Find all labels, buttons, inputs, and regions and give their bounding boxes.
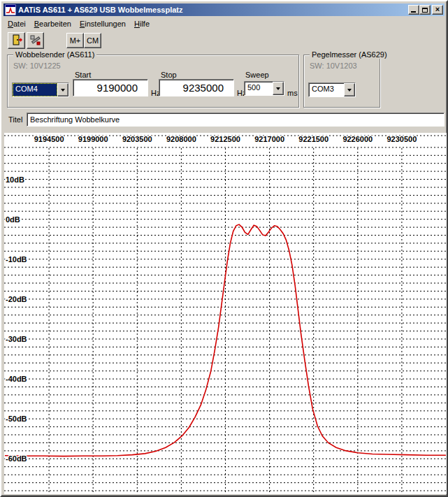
- chevron-down-icon: [347, 89, 352, 92]
- settings-button[interactable]: [27, 32, 44, 49]
- menu-item-einstellungen[interactable]: Einstellungen: [75, 18, 130, 29]
- svg-text:9221500: 9221500: [298, 135, 328, 143]
- title-bar[interactable]: AATiS AS611 + AS629 USB Wobbelmessplatz …: [3, 3, 445, 16]
- svg-text:9208000: 9208000: [166, 135, 196, 143]
- app-icon: [5, 4, 16, 15]
- svg-text:9217000: 9217000: [254, 135, 284, 143]
- minimize-button[interactable]: [408, 5, 419, 15]
- dropdown-button[interactable]: [344, 83, 355, 96]
- start-frequency-input[interactable]: [73, 79, 148, 96]
- close-icon: ×: [435, 6, 440, 13]
- pegelmesser-group-title: Pegelmesser (AS629): [310, 50, 389, 59]
- svg-text:10dB: 10dB: [6, 175, 24, 184]
- menu-label: atei: [13, 20, 26, 28]
- dropdown-button[interactable]: [273, 82, 284, 95]
- svg-text:9230500: 9230500: [386, 135, 417, 143]
- exit-button[interactable]: [8, 32, 25, 49]
- svg-text:-10dB: -10dB: [6, 255, 27, 264]
- menu-item-bearbeiten[interactable]: Bearbeiten: [30, 18, 75, 29]
- window-title: AATiS AS611 + AS629 USB Wobbelmessplatz: [18, 6, 408, 14]
- menu-item-hilfe[interactable]: Hilfe: [130, 18, 154, 29]
- sweep-label: Sweep: [245, 71, 269, 79]
- exit-door-icon: [11, 34, 22, 48]
- svg-text:-60dB: -60dB: [6, 454, 27, 463]
- stop-frequency-input[interactable]: [159, 79, 234, 96]
- meter-com-port-value: COM3: [309, 83, 344, 96]
- titel-label: Titel: [8, 115, 22, 124]
- minimize-icon: [411, 11, 416, 13]
- dropdown-button[interactable]: [57, 83, 68, 96]
- meter-com-port-select[interactable]: COM3: [308, 82, 356, 97]
- titel-input[interactable]: [27, 113, 445, 127]
- menu-accel: D: [8, 20, 13, 28]
- menu-label: earbeiten: [39, 20, 71, 28]
- pegelmesser-group: Pegelmesser (AS629) SW: 10V1203 COM3: [303, 55, 380, 108]
- svg-text:9203500: 9203500: [122, 135, 152, 143]
- stop-label: Stop: [161, 71, 177, 79]
- chevron-down-icon: [276, 87, 280, 90]
- menu-bar: Datei Bearbeiten Einstellungen Hilfe: [3, 17, 445, 30]
- menu-label: instellungen: [85, 20, 126, 28]
- toolbar: M+ CM: [3, 31, 445, 51]
- close-button[interactable]: ×: [432, 5, 443, 15]
- svg-text:-20dB: -20dB: [6, 295, 27, 303]
- sender-com-port-select[interactable]: COM4: [12, 82, 69, 97]
- menu-accel: B: [34, 20, 39, 28]
- sweep-time-value: 500: [245, 82, 273, 95]
- app-window: AATiS AS611 + AS629 USB Wobbelmessplatz …: [0, 0, 448, 497]
- menu-item-datei[interactable]: Datei: [3, 18, 30, 29]
- window-controls: ×: [408, 5, 443, 15]
- wobbelsender-group-title: Wobbelsender (AS611): [13, 50, 96, 59]
- menu-label: ilfe: [140, 20, 150, 28]
- menu-accel: H: [134, 20, 140, 28]
- meter-sw-version: SW: 10V1203: [310, 62, 357, 70]
- cm-button[interactable]: CM: [84, 33, 101, 48]
- maximize-icon: [422, 8, 428, 13]
- svg-text:9212500: 9212500: [210, 135, 240, 143]
- svg-text:0dB: 0dB: [6, 215, 20, 224]
- svg-text:-50dB: -50dB: [6, 415, 27, 423]
- svg-text:9194500: 9194500: [34, 135, 64, 143]
- svg-text:-30dB: -30dB: [6, 335, 27, 343]
- wobbelsender-group: Wobbelsender (AS611) SW: 10V1225 COM4 St…: [7, 55, 299, 108]
- settings-tools-icon: [30, 34, 41, 48]
- sender-sw-version: SW: 10V1225: [13, 62, 61, 70]
- chevron-down-icon: [61, 89, 65, 92]
- m-plus-button[interactable]: M+: [66, 33, 84, 48]
- sweep-chart: 9194500919900092035009208000921250092170…: [4, 133, 447, 494]
- sweep-unit-label: ms: [287, 89, 298, 97]
- sender-com-port-value: COM4: [13, 83, 57, 96]
- sweep-chart-svg: 9194500919900092035009208000921250092170…: [4, 133, 447, 494]
- svg-text:9199000: 9199000: [78, 135, 108, 143]
- maximize-button[interactable]: [419, 5, 431, 15]
- svg-text:9226000: 9226000: [342, 135, 373, 143]
- sweep-time-select[interactable]: 500: [244, 81, 284, 96]
- svg-text:-40dB: -40dB: [6, 375, 27, 383]
- start-label: Start: [75, 71, 91, 79]
